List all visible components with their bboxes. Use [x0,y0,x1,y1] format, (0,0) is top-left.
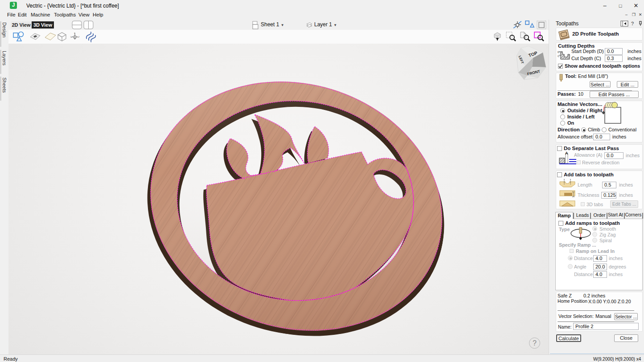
svg-text:A: A [565,151,568,155]
svg-text:D: D [558,51,560,53]
svg-text:?: ? [631,21,634,26]
svg-text:x: x [78,35,80,38]
